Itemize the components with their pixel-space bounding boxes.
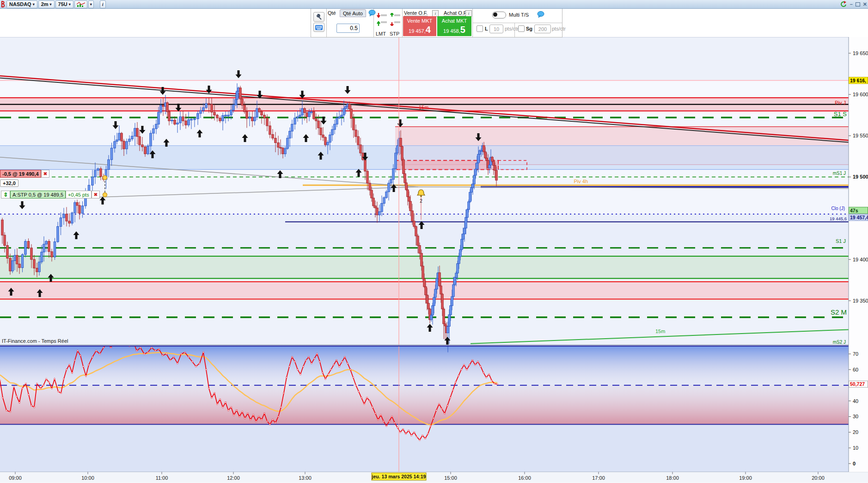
sell-of-link[interactable]: Vente O.F. xyxy=(404,10,428,16)
timeframe-label: 2m xyxy=(41,1,49,7)
lmt-order-icon[interactable] xyxy=(377,13,388,26)
open-position-label[interactable]: -0,5 @ 19 490,4 ✖ xyxy=(0,170,49,178)
refresh-icon[interactable] xyxy=(839,1,847,7)
svg-text:70: 70 xyxy=(853,351,858,357)
info-icon[interactable]: i xyxy=(465,10,472,17)
info-icon: i xyxy=(102,1,104,7)
stop-pnl-text: +0,45 pts xyxy=(66,191,92,198)
loss-input[interactable]: 10 xyxy=(489,25,503,33)
settings-button[interactable] xyxy=(313,12,324,22)
svg-text:13:00: 13:00 xyxy=(299,475,312,481)
platform-logo-icon xyxy=(0,0,6,8)
svg-text:IT-Finance.com - Temps Réel: IT-Finance.com - Temps Réel xyxy=(2,338,68,344)
position-text: -0,5 @ 19 490,4 xyxy=(0,170,41,178)
loss-checkbox[interactable] xyxy=(477,25,483,32)
svg-text:19 350: 19 350 xyxy=(853,298,868,303)
periods-selector[interactable]: 75U ▾ xyxy=(55,0,73,8)
svg-text:19 445,6: 19 445,6 xyxy=(830,216,847,221)
chart-type-dropdown[interactable]: ▾ xyxy=(88,0,94,8)
chevron-down-icon: ▾ xyxy=(90,2,92,6)
svg-text:20: 20 xyxy=(853,429,858,435)
periods-label: 75U xyxy=(58,1,67,7)
svg-text:11:00: 11:00 xyxy=(156,475,168,481)
svg-text:19:00: 19:00 xyxy=(739,475,752,481)
chart-type-icon xyxy=(76,1,86,7)
order-entry-strip: Qté Qté Auto LMT STP Vente O.F. i Achat … xyxy=(0,8,868,37)
buy-price-big: 5 xyxy=(460,25,465,35)
svg-text:Piv J: Piv J xyxy=(835,100,846,105)
svg-text:19 650: 19 650 xyxy=(853,50,868,56)
chat-bubble-icon[interactable] xyxy=(368,10,376,16)
stp-order-icon[interactable] xyxy=(390,13,401,26)
minimize-button[interactable]: – xyxy=(850,1,853,7)
loss-unit: pts/ctr xyxy=(505,26,519,31)
lmt-button[interactable]: LMT xyxy=(376,31,386,37)
timeframe-selector[interactable]: 2m ▾ xyxy=(38,0,55,8)
stp-button[interactable]: STP xyxy=(390,31,399,37)
svg-text:10: 10 xyxy=(853,445,858,451)
svg-text:19 457,4: 19 457,4 xyxy=(850,215,868,220)
close-position-icon[interactable]: ✖ xyxy=(41,170,49,178)
gain-unit: pts/ctr xyxy=(552,26,566,31)
gain-checkbox[interactable] xyxy=(518,25,525,32)
chevron-down-icon: ▾ xyxy=(33,2,35,6)
svg-text:15:00: 15:00 xyxy=(444,475,457,481)
qty-tab[interactable]: Qté xyxy=(328,10,336,16)
instrument-label: NASDAQ xyxy=(9,1,31,7)
svg-text:09:00: 09:00 xyxy=(9,475,22,481)
qty-auto-label: Qté Auto xyxy=(343,11,363,16)
multi-ts-toggle[interactable] xyxy=(492,12,506,19)
price-chart[interactable]: 2Piv JS1 S15mmS1 JPiv 4hClo (J)19 445,6S… xyxy=(0,0,868,483)
loss-label: L xyxy=(485,26,488,31)
stop-order-label[interactable]: ⇕ A:STP 0,5 @ 19 489,5 +0,45 pts ✖ xyxy=(1,191,100,198)
svg-text:Piv 4h: Piv 4h xyxy=(574,179,588,184)
buy-of-link[interactable]: Achat O.F. xyxy=(444,10,467,16)
buy-price: 19 458, xyxy=(443,28,460,34)
buy-market-button[interactable]: Achat MKT 19 458,5 xyxy=(437,16,471,36)
stop-order-text: A:STP 0,5 @ 19 489,5 xyxy=(10,191,66,198)
keypad-button[interactable] xyxy=(313,23,324,32)
svg-text:S1 S: S1 S xyxy=(834,111,847,118)
svg-text:19 400: 19 400 xyxy=(853,257,868,262)
divider xyxy=(472,23,562,23)
instrument-selector[interactable]: NASDAQ ▾ xyxy=(6,0,37,8)
buy-market-label: Achat MKT xyxy=(437,18,471,24)
svg-text:0: 0 xyxy=(853,461,856,466)
trading-platform-window: { "titlebar": { "instrument": "NASDAQ", … xyxy=(0,0,868,483)
divider xyxy=(326,9,327,37)
restore-button[interactable] xyxy=(856,2,860,6)
order-entry-panel: Qté Qté Auto LMT STP Vente O.F. i Achat … xyxy=(311,8,562,37)
close-window-button[interactable]: ✕ xyxy=(863,1,867,7)
svg-text:47s: 47s xyxy=(850,208,858,213)
gain-input[interactable]: 200 xyxy=(534,25,551,33)
svg-text:jeu. 13 mars 2025 14:19: jeu. 13 mars 2025 14:19 xyxy=(372,474,426,479)
svg-text:50,727: 50,727 xyxy=(850,381,865,387)
price-axis[interactable]: 19 65019 60019 55019 50019 40019 35019 6… xyxy=(849,37,868,472)
svg-text:18:00: 18:00 xyxy=(666,475,679,481)
svg-text:19 550: 19 550 xyxy=(853,133,868,138)
cancel-stop-icon[interactable]: ✖ xyxy=(92,191,100,198)
gain-label: Sg xyxy=(526,26,532,31)
svg-text:Clo (J): Clo (J) xyxy=(831,206,845,211)
svg-text:16:00: 16:00 xyxy=(518,475,531,481)
svg-text:S2 M: S2 M xyxy=(831,308,847,316)
info-button[interactable]: i xyxy=(100,0,106,8)
qty-input[interactable] xyxy=(336,24,360,33)
sell-price-big: 4 xyxy=(426,25,431,35)
sell-market-label: Vente MKT xyxy=(403,18,436,24)
svg-text:19 616,: 19 616, xyxy=(850,78,866,83)
svg-text:60: 60 xyxy=(853,367,858,372)
svg-text:40: 40 xyxy=(853,398,858,404)
chat-bubble-icon[interactable] xyxy=(537,11,544,18)
sell-price: 19 457, xyxy=(409,28,426,34)
chart-type-button[interactable] xyxy=(74,0,87,8)
info-icon[interactable]: i xyxy=(432,10,439,17)
sell-market-button[interactable]: Vente MKT 19 457,4 xyxy=(403,16,436,36)
time-axis[interactable]: 09:0010:0011:0012:0013:0015:0016:0017:00… xyxy=(0,472,868,483)
qty-auto-tab[interactable]: Qté Auto xyxy=(340,9,366,17)
pnl-label: +32,0 xyxy=(0,180,18,187)
toggle-knob xyxy=(493,12,497,17)
divider xyxy=(402,9,403,37)
drag-handle-icon[interactable]: ⇕ xyxy=(1,191,10,198)
svg-text:2: 2 xyxy=(420,198,422,204)
